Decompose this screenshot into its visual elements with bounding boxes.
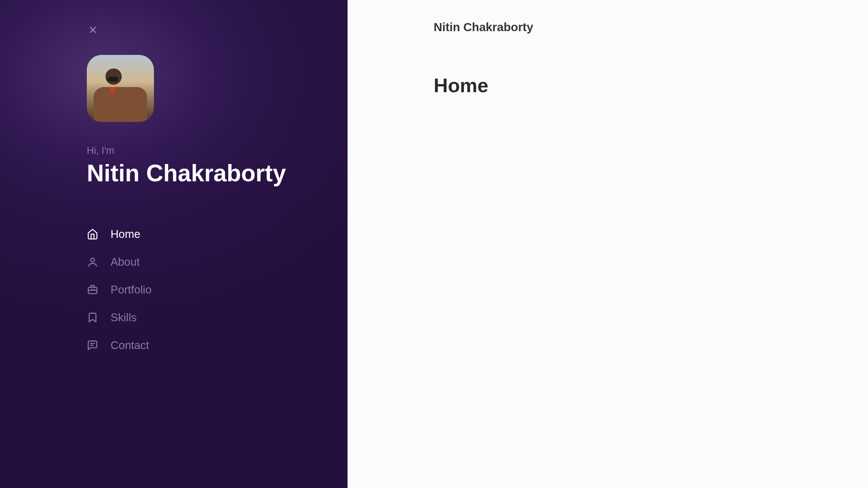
page-owner-name: Nitin Chakraborty — [434, 20, 868, 34]
nav-label: Home — [111, 228, 140, 241]
avatar — [87, 55, 154, 122]
briefcase-icon — [87, 284, 98, 296]
svg-point-0 — [91, 258, 94, 262]
nav-label: About — [111, 256, 140, 268]
nav-item-portfolio[interactable]: Portfolio — [87, 276, 348, 304]
message-icon — [87, 340, 98, 351]
nav-item-home[interactable]: Home — [87, 220, 348, 248]
nav-item-about[interactable]: About — [87, 248, 348, 276]
close-button[interactable] — [87, 24, 99, 36]
nav-item-skills[interactable]: Skills — [87, 304, 348, 331]
nav-label: Skills — [111, 311, 137, 324]
bookmark-icon — [87, 312, 98, 323]
close-icon — [88, 25, 98, 35]
sidebar: Hi, I'm Nitin Chakraborty Home About — [0, 0, 348, 488]
nav-list: Home About Portfolio Skills — [87, 220, 348, 359]
sidebar-name: Nitin Chakraborty — [87, 160, 348, 187]
user-icon — [87, 256, 98, 268]
page-title: Home — [434, 74, 868, 97]
main-content: Nitin Chakraborty Home — [348, 0, 868, 488]
sidebar-greeting: Hi, I'm — [87, 145, 348, 156]
nav-label: Contact — [111, 339, 149, 352]
nav-label: Portfolio — [111, 283, 152, 296]
home-icon — [87, 228, 98, 240]
nav-item-contact[interactable]: Contact — [87, 331, 348, 359]
